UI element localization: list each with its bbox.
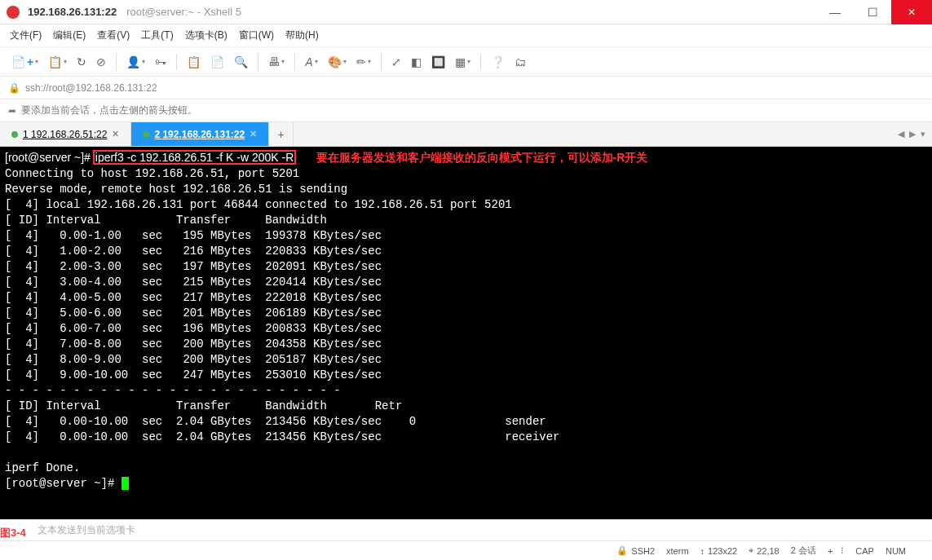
paste-button[interactable]: 📄 <box>207 53 227 71</box>
tab-list-button[interactable]: ▾ <box>921 129 925 139</box>
profile-button[interactable]: 👤▾ <box>123 53 148 71</box>
menu-view[interactable]: 查看(V) <box>97 29 130 42</box>
xftp-button[interactable]: 🗂 <box>511 53 529 71</box>
status-size: ↕123x22 <box>700 546 738 556</box>
tab-label: 2 192.168.26.131:22 <box>154 129 245 140</box>
window-titlebar: 192.168.26.131:22 root@server:~ - Xshell… <box>0 0 932 24</box>
send-input-bar[interactable]: 图3-4 文本发送到当前选项卡 <box>0 519 932 540</box>
tab-nav: ◀ ▶ ▾ <box>891 122 932 146</box>
highlight-button[interactable]: ✏▾ <box>353 53 374 71</box>
window-title-sub: root@server:~ - Xshell 5 <box>126 6 241 18</box>
minimize-button[interactable]: — <box>816 0 854 24</box>
open-button[interactable]: 📋▾ <box>45 53 70 71</box>
lock-icon: 🔒 <box>8 82 20 94</box>
tab-close-icon[interactable]: ✕ <box>250 129 257 139</box>
tab-session-2[interactable]: 2 192.168.26.131:22 ✕ <box>131 122 269 146</box>
tab-next-button[interactable]: ▶ <box>909 129 916 139</box>
close-button[interactable]: ✕ <box>891 0 932 24</box>
ontop-button[interactable]: 🔲 <box>428 53 448 71</box>
print-button[interactable]: 🖶▾ <box>265 53 288 71</box>
disconnect-button[interactable]: ⊘ <box>93 53 109 71</box>
new-session-button[interactable]: 📄+▾ <box>8 53 42 71</box>
connection-dot-icon <box>11 131 18 138</box>
menu-tools[interactable]: 工具(T) <box>141 29 173 42</box>
fullscreen-button[interactable]: ⤢ <box>388 53 404 71</box>
status-sep[interactable]: +⁝ <box>828 545 844 556</box>
terminal-output[interactable]: [root@server ~]# iperf3 -c 192.168.26.51… <box>0 147 932 519</box>
send-placeholder: 文本发送到当前选项卡 <box>38 523 135 537</box>
color-button[interactable]: 🎨▾ <box>325 53 350 71</box>
window-title-ip: 192.168.26.131:22 <box>28 6 117 18</box>
status-termtype: xterm <box>666 546 689 556</box>
menu-help[interactable]: 帮助(H) <box>285 29 319 42</box>
font-button[interactable]: A▾ <box>302 53 320 71</box>
connection-dot-icon <box>143 131 149 138</box>
figure-label: 图3-4 <box>0 526 26 540</box>
toolbar: 📄+▾ 📋▾ ↻ ⊘ 👤▾ 🗝 📋 📄 🔍 🖶▾ A▾ 🎨▾ ✏▾ ⤢ ◧ 🔲 … <box>0 47 932 77</box>
menu-tabs[interactable]: 选项卡(B) <box>185 29 227 42</box>
status-protocol: 🔒SSH2 <box>616 545 655 556</box>
address-bar: 🔒 ssh://root@192.168.26.131:22 <box>0 77 932 99</box>
address-url[interactable]: ssh://root@192.168.26.131:22 <box>25 82 157 94</box>
copy-button[interactable]: 📋 <box>183 53 204 71</box>
tab-prev-button[interactable]: ◀ <box>898 129 904 139</box>
tab-session-1[interactable]: 1 192.168.26.51:22 ✕ <box>0 122 131 146</box>
find-button[interactable]: 🔍 <box>231 53 251 71</box>
info-bar: ➦ 要添加当前会话，点击左侧的箭头按钮。 <box>0 99 932 122</box>
tab-add-button[interactable]: + <box>269 122 294 146</box>
status-num: NUM <box>886 546 906 556</box>
status-sessions: 2 会话 <box>791 545 816 557</box>
window-controls: — ☐ ✕ <box>816 0 932 24</box>
help-button[interactable]: ❔ <box>488 53 508 71</box>
app-icon <box>7 6 20 19</box>
tab-label: 1 192.168.26.51:22 <box>23 129 107 140</box>
info-text: 要添加当前会话，点击左侧的箭头按钮。 <box>21 104 197 117</box>
menu-file[interactable]: 文件(F) <box>10 29 42 42</box>
tab-strip: 1 192.168.26.51:22 ✕ 2 192.168.26.131:22… <box>0 122 932 147</box>
tab-close-icon[interactable]: ✕ <box>112 129 119 139</box>
transparency-button[interactable]: ◧ <box>408 53 425 71</box>
menu-window[interactable]: 窗口(W) <box>239 29 274 42</box>
maximize-button[interactable]: ☐ <box>854 0 891 24</box>
layout-button[interactable]: ▦▾ <box>452 53 474 71</box>
status-bar: 🔒SSH2 xterm ↕123x22 ⌖22,18 2 会话 +⁝ CAP N… <box>0 540 932 560</box>
menu-bar: 文件(F) 编辑(E) 查看(V) 工具(T) 选项卡(B) 窗口(W) 帮助(… <box>0 24 932 47</box>
status-cap: CAP <box>855 546 874 556</box>
properties-button[interactable]: 🗝 <box>152 53 170 71</box>
status-cursorpos: ⌖22,18 <box>749 545 780 556</box>
menu-edit[interactable]: 编辑(E) <box>53 29 86 42</box>
arrow-icon[interactable]: ➦ <box>8 105 16 117</box>
reconnect-button[interactable]: ↻ <box>73 53 90 71</box>
